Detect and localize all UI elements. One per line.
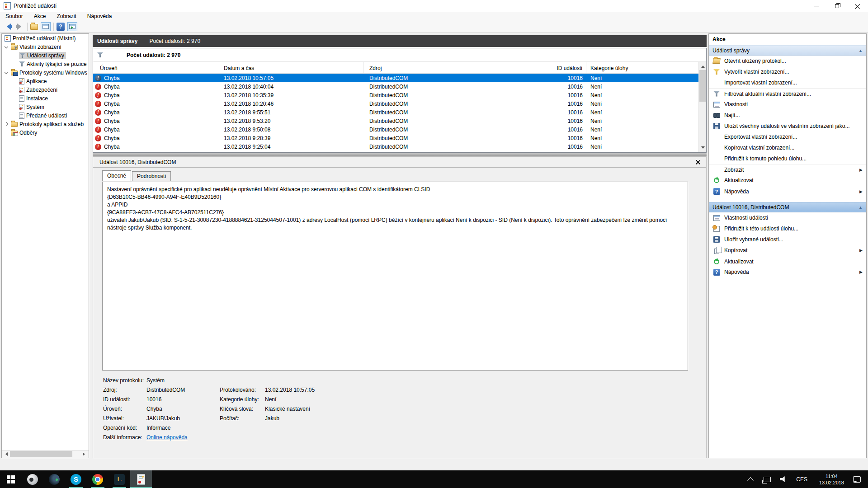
table-row[interactable]: !Chyba 13.02.2018 10:57:05 DistributedCO… xyxy=(93,74,706,82)
tab-obecne[interactable]: Obecné xyxy=(102,170,131,181)
chevron-collapsed-icon[interactable] xyxy=(5,122,8,126)
action-help[interactable]: ? Nápověda ▶ xyxy=(709,186,866,197)
start-button[interactable] xyxy=(0,470,22,488)
table-row[interactable]: !Chyba 13.02.2018 10:40:04 DistributedCO… xyxy=(93,82,706,91)
list-vertical-scrollbar[interactable] xyxy=(698,62,706,152)
scrollbar-thumb[interactable] xyxy=(699,70,706,102)
scroll-right-icon[interactable] xyxy=(81,450,89,458)
collapse-icon[interactable]: ▲ xyxy=(859,205,863,210)
column-category[interactable]: Kategorie úlohy xyxy=(586,62,693,73)
actions-section-header-event[interactable]: Událost 10016, DistributedCOM ▲ xyxy=(709,202,866,212)
scroll-down-icon[interactable] xyxy=(699,145,707,152)
tree-item-udalosti-spravy[interactable]: Události správy xyxy=(2,51,89,60)
tree-item-protokoly-windows[interactable]: Protokoly systému Windows xyxy=(2,68,89,77)
tree-horizontal-scrollbar[interactable] xyxy=(2,450,89,458)
back-icon[interactable] xyxy=(4,23,13,30)
clock[interactable]: 11:04 13.02.2018 xyxy=(819,473,844,486)
actions-section-header-events[interactable]: Události správy ▲ xyxy=(709,45,866,56)
chevron-expanded-icon[interactable] xyxy=(5,45,8,48)
notification-center-icon[interactable] xyxy=(853,476,861,483)
table-row[interactable]: !Chyba 13.02.2018 9:28:39 DistributedCOM… xyxy=(93,134,706,142)
taskbar-app-chrome[interactable] xyxy=(87,470,108,488)
filter-icon xyxy=(712,90,721,98)
close-details-icon[interactable] xyxy=(694,159,702,166)
taskbar-app-teamspeak[interactable] xyxy=(22,470,43,488)
action-save-all-events[interactable]: Uložit všechny události ve vlastním zobr… xyxy=(709,121,866,131)
action-export-custom-view[interactable]: Exportovat vlastní zobrazení... xyxy=(709,131,866,142)
table-row[interactable]: !Chyba 13.02.2018 9:55:51 DistributedCOM… xyxy=(93,108,706,117)
action-filter-current-view[interactable]: Filtrovat aktuální vlastní zobrazení... xyxy=(709,88,866,99)
action-copy[interactable]: Kopírovat ▶ xyxy=(709,245,866,256)
action-find[interactable]: Najít... xyxy=(709,110,866,121)
minimize-button[interactable] xyxy=(806,0,826,12)
tree-item-odbery[interactable]: Odběry xyxy=(2,128,89,137)
log-icon xyxy=(19,78,24,84)
online-help-link[interactable]: Online nápověda xyxy=(146,434,219,444)
speaker-icon[interactable] xyxy=(780,476,786,483)
table-row[interactable]: !Chyba 13.02.2018 10:35:39 DistributedCO… xyxy=(93,91,706,99)
scrollbar-thumb[interactable] xyxy=(10,451,72,457)
taskbar-app-league[interactable]: L xyxy=(108,470,130,488)
tree-item-system[interactable]: Systém xyxy=(2,103,89,111)
event-viewer-window: Prohlížeč událostí Soubor Akce Zobrazit … xyxy=(0,0,868,488)
menu-akce[interactable]: Akce xyxy=(28,12,52,21)
column-level[interactable]: Úroveň xyxy=(93,62,219,73)
collapse-icon[interactable]: ▲ xyxy=(859,48,863,53)
action-refresh[interactable]: Aktualizovat xyxy=(709,175,866,186)
taskbar-app-skype[interactable]: S xyxy=(65,470,87,488)
action-help-event[interactable]: ? Nápověda ▶ xyxy=(709,267,866,277)
network-icon[interactable] xyxy=(764,477,771,482)
forward-icon[interactable] xyxy=(15,23,24,30)
tree-item-aktivity[interactable]: Aktivity týkající se pozice xyxy=(2,60,89,68)
action-view[interactable]: Zobrazit ▶ xyxy=(709,164,866,175)
error-icon: ! xyxy=(95,135,101,141)
scroll-up-icon[interactable] xyxy=(699,62,707,70)
tree-item-protokoly-aplikaci[interactable]: Protokoly aplikací a služeb xyxy=(2,120,89,128)
tree-item-zabezpeceni[interactable]: Zabezpečení xyxy=(2,85,89,94)
tree-item-predane-udalosti[interactable]: Předané události xyxy=(2,111,89,120)
show-action-pane-button[interactable] xyxy=(67,22,77,31)
restore-button[interactable] xyxy=(826,0,847,12)
tree-item-instalace[interactable]: Instalace xyxy=(2,94,89,103)
table-row[interactable]: !Chyba 13.02.2018 9:50:08 DistributedCOM… xyxy=(93,125,706,134)
action-save-selected-events[interactable]: Uložit vybrané události... xyxy=(709,234,866,245)
action-attach-task-to-view[interactable]: Přidružit k tomuto pohledu úlohu... xyxy=(709,153,866,164)
tree-item-vlastni-zobrazeni[interactable]: Vlastní zobrazení xyxy=(2,42,89,51)
event-list: Počet událostí: 2 970 Úroveň Datum a čas… xyxy=(93,48,707,153)
tree-item-aplikace[interactable]: Aplikace xyxy=(2,77,89,85)
table-row[interactable]: !Chyba 13.02.2018 9:25:04 DistributedCOM… xyxy=(93,142,706,151)
open-log-icon[interactable] xyxy=(30,24,38,30)
menu-napoveda[interactable]: Nápověda xyxy=(82,12,118,21)
menu-soubor[interactable]: Soubor xyxy=(0,12,28,21)
close-button[interactable] xyxy=(847,0,868,12)
action-copy-custom-view[interactable]: Kopírovat vlastní zobrazení... xyxy=(709,142,866,153)
tree-item-root[interactable]: Prohlížeč událostí (Místní) xyxy=(2,34,89,42)
help-icon[interactable]: ? xyxy=(57,23,65,31)
column-source[interactable]: Zdroj xyxy=(363,62,470,73)
actions-pane: Akce Události správy ▲ Otevřít uložený p… xyxy=(708,33,867,458)
action-open-saved-log[interactable]: Otevřít uložený protokol... xyxy=(709,56,866,66)
taskbar-app-daemon-tools[interactable] xyxy=(43,470,65,488)
action-event-properties[interactable]: Vlastnosti události xyxy=(709,212,866,223)
show-console-tree-button[interactable] xyxy=(41,22,51,31)
action-create-custom-view[interactable]: Vytvořit vlastní zobrazení... xyxy=(709,66,866,77)
menu-zobrazit[interactable]: Zobrazit xyxy=(51,12,81,21)
action-import-custom-view[interactable]: Importovat vlastní zobrazení... xyxy=(709,77,866,88)
tab-podrobnosti[interactable]: Podrobnosti xyxy=(132,171,171,181)
skype-icon: S xyxy=(71,474,81,485)
pane-splitter[interactable] xyxy=(93,153,707,156)
action-refresh-event[interactable]: Aktualizovat xyxy=(709,256,866,267)
action-properties[interactable]: Vlastnosti xyxy=(709,99,866,110)
taskbar-app-event-viewer[interactable] xyxy=(130,470,152,488)
filter-icon xyxy=(19,53,25,58)
table-row[interactable]: !Chyba 13.02.2018 10:20:46 DistributedCO… xyxy=(93,99,706,108)
error-icon: ! xyxy=(95,101,101,107)
column-event-id[interactable]: ID události xyxy=(470,62,586,73)
action-attach-task-to-event[interactable]: Přidružit k této události úlohu... xyxy=(709,223,866,234)
chevron-expanded-icon[interactable] xyxy=(5,70,8,74)
tray-chevron-up-icon[interactable] xyxy=(747,477,754,483)
column-datetime[interactable]: Datum a čas xyxy=(219,62,363,73)
scroll-left-icon[interactable] xyxy=(2,450,9,458)
language-indicator[interactable]: CES xyxy=(796,476,807,483)
table-row[interactable]: !Chyba 13.02.2018 9:53:20 DistributedCOM… xyxy=(93,117,706,125)
